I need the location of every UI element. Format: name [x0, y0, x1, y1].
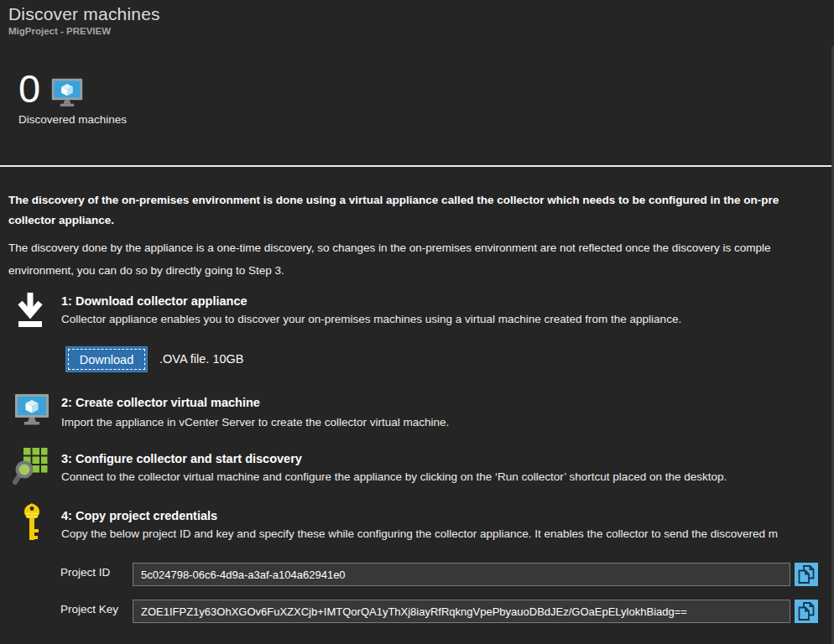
- copy-icon: [796, 601, 816, 621]
- step1-description: Collector appliance enables you to disco…: [61, 313, 831, 325]
- copy-project-key-button[interactable]: [795, 600, 818, 623]
- download-button[interactable]: Download: [65, 346, 148, 372]
- step4-description: Copy the below project ID and key and sp…: [61, 527, 831, 540]
- vm-monitor-icon: [50, 77, 84, 109]
- project-id-input[interactable]: [133, 563, 790, 586]
- project-key-label: Project Key: [60, 603, 118, 615]
- step3-description: Connect to the collector virtual machine…: [61, 470, 831, 483]
- project-key-input[interactable]: [133, 600, 790, 623]
- copy-icon: [796, 564, 816, 584]
- breadcrumb-subtitle: MigProject - PREVIEW: [8, 26, 111, 36]
- intro-line2: environment, you can do so by directly g…: [8, 259, 834, 282]
- step1-title: 1: Download collector appliance: [61, 294, 248, 308]
- intro-line1: The discovery done by the appliance is a…: [8, 236, 834, 259]
- discover-machines-blade: Discover machines MigProject - PREVIEW 0…: [0, 0, 834, 644]
- step3-title: 3: Configure collector and start discove…: [61, 452, 302, 465]
- search-grid-icon: [13, 447, 48, 485]
- intro-bold-line1: The discovery of the on-premises environ…: [8, 190, 834, 210]
- section-divider: [0, 165, 834, 167]
- page-title: Discover machines: [8, 4, 160, 24]
- step2-description: Import the appliance in vCenter Server t…: [61, 416, 831, 428]
- project-id-label: Project ID: [60, 566, 110, 579]
- intro-paragraph: The discovery done by the appliance is a…: [8, 236, 834, 282]
- step4-title: 4: Copy project credentials: [61, 509, 217, 522]
- step2-title: 2: Create collector virtual machine: [61, 396, 260, 409]
- ova-file-note: .OVA file. 10GB: [159, 352, 243, 366]
- intro-bold-line2: collector appliance.: [8, 210, 834, 231]
- intro-bold-paragraph: The discovery of the on-premises environ…: [8, 190, 834, 231]
- download-icon: [18, 292, 43, 328]
- vm-monitor-icon: [13, 392, 50, 428]
- discovered-machines-count: 0: [18, 69, 40, 108]
- copy-project-id-button[interactable]: [795, 563, 818, 586]
- key-icon: [22, 503, 42, 542]
- discovered-machines-label: Discovered machines: [18, 113, 127, 126]
